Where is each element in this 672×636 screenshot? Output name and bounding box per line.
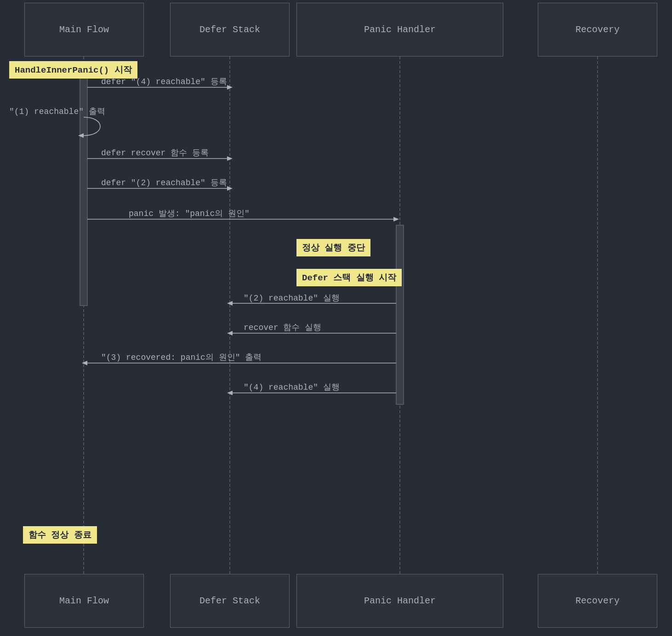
svg-marker-18 bbox=[227, 331, 233, 335]
bottom-box-panic: Panic Handler bbox=[296, 574, 503, 628]
svg-marker-8 bbox=[78, 133, 84, 138]
svg-marker-22 bbox=[227, 391, 233, 395]
note-defer-start: Defer 스택 실행 시작 bbox=[296, 269, 402, 286]
msg-defer4: defer "(4) reachable" 등록 bbox=[101, 76, 227, 87]
msg-panic: panic 발생: "panic의 원인" bbox=[129, 208, 250, 219]
svg-rect-5 bbox=[396, 225, 404, 404]
sequence-diagram: Main Flow Defer Stack Panic Handler Reco… bbox=[0, 0, 672, 636]
svg-marker-10 bbox=[227, 156, 233, 161]
msg-recover: recover 함수 실행 bbox=[244, 322, 321, 333]
top-box-panic: Panic Handler bbox=[296, 3, 503, 57]
note-stop: 정상 실행 중단 bbox=[296, 239, 370, 256]
top-box-main: Main Flow bbox=[24, 3, 144, 57]
note-end: 함수 정상 종료 bbox=[23, 526, 97, 544]
svg-marker-14 bbox=[393, 217, 399, 221]
svg-marker-12 bbox=[227, 186, 233, 191]
msg-exec2: "(2) reachable" 실행 bbox=[244, 292, 340, 303]
svg-marker-20 bbox=[82, 361, 87, 365]
arrows-layer bbox=[0, 0, 672, 636]
msg-defer2: defer "(2) reachable" 등록 bbox=[101, 177, 227, 188]
top-box-defer: Defer Stack bbox=[170, 3, 290, 57]
msg-deferrecover: defer recover 함수 등록 bbox=[101, 147, 209, 158]
msg-exec4: "(4) reachable" 실행 bbox=[244, 381, 340, 392]
bottom-box-defer: Defer Stack bbox=[170, 574, 290, 628]
bottom-box-recovery: Recovery bbox=[538, 574, 657, 628]
top-box-recovery: Recovery bbox=[538, 3, 657, 57]
msg-recovered: "(3) recovered: panic의 원인" 출력 bbox=[101, 352, 262, 363]
msg-1reachable: "(1) reachable" 출력 bbox=[9, 106, 105, 117]
bottom-box-main: Main Flow bbox=[24, 574, 144, 628]
svg-marker-7 bbox=[227, 85, 233, 90]
svg-marker-16 bbox=[227, 301, 233, 306]
